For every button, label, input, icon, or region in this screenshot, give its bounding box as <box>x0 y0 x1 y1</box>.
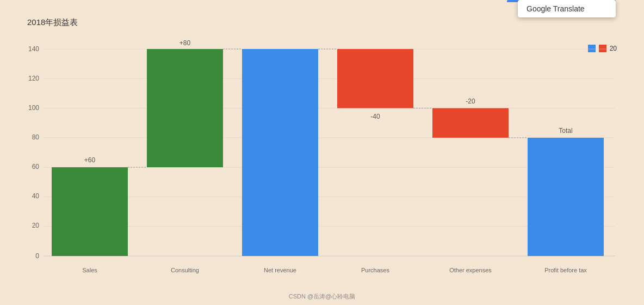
svg-text:Net revenue: Net revenue <box>264 267 296 273</box>
svg-text:80: 80 <box>32 133 40 141</box>
svg-text:Sales: Sales <box>82 267 97 273</box>
svg-text:140: 140 <box>28 45 39 53</box>
svg-text:Profit before tax: Profit before tax <box>544 267 587 273</box>
chart-container: 140 120 100 80 60 40 20 0 +60 Sales +80 … <box>16 38 628 289</box>
svg-text:100: 100 <box>28 104 39 112</box>
svg-text:-40: -40 <box>370 113 380 120</box>
bar-net-revenue <box>242 49 318 256</box>
svg-text:40: 40 <box>32 192 40 200</box>
svg-text:Other expenses: Other expenses <box>449 267 492 273</box>
svg-text:+60: +60 <box>84 156 96 164</box>
page-title: 2018年损益表 <box>27 17 78 28</box>
bar-other-expenses <box>432 108 509 138</box>
svg-text:120: 120 <box>28 75 39 82</box>
svg-text:0: 0 <box>35 252 39 260</box>
bar-profit-before-tax <box>528 138 604 256</box>
bar-consulting <box>147 49 223 167</box>
waterfall-chart: 140 120 100 80 60 40 20 0 +60 Sales +80 … <box>16 38 628 289</box>
svg-text:Consulting: Consulting <box>171 267 199 273</box>
translate-popup-text: Google Translate <box>527 4 585 13</box>
svg-text:Total: Total <box>559 127 572 135</box>
svg-text:+80: +80 <box>179 39 191 47</box>
svg-text:20: 20 <box>32 222 40 229</box>
bar-purchases <box>337 49 413 108</box>
bar-sales <box>52 167 128 256</box>
google-translate-popup[interactable]: Google Translate <box>518 0 616 17</box>
svg-text:Purchases: Purchases <box>361 267 389 273</box>
svg-text:-20: -20 <box>466 97 475 105</box>
svg-text:60: 60 <box>32 163 40 170</box>
footer-text: CSDN @岳涛@心聆电脑 <box>289 292 356 301</box>
